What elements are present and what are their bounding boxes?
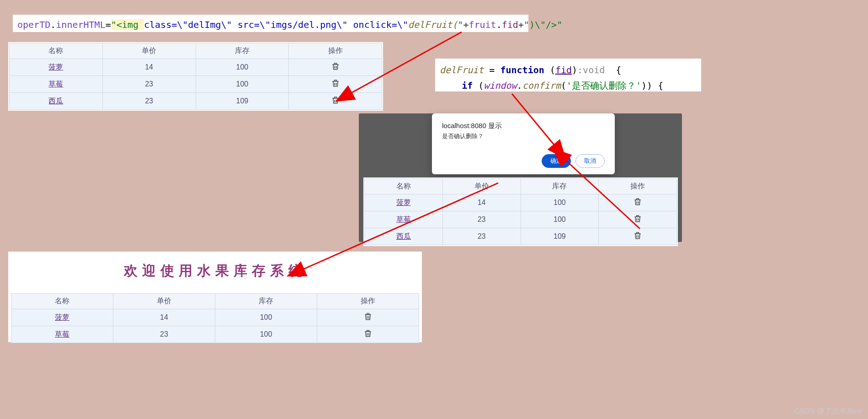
fruit-link[interactable]: 菠萝	[48, 63, 63, 71]
fruit-link[interactable]: 菠萝	[396, 199, 411, 206]
fruit-table-2: 名称 单价 库存 操作 菠萝14100 草莓23100 西瓜23109	[363, 177, 678, 246]
code-snippet-1: operTD.innerHTML="<img class=\"delImg\" …	[13, 15, 528, 32]
table-row: 草莓23100	[11, 326, 419, 343]
confirm-dialog: localhost:8080 显示 是否确认删除？ 确定 取消	[432, 113, 615, 174]
table-row: 菠萝14100	[11, 309, 419, 326]
fruit-link[interactable]: 西瓜	[48, 97, 63, 105]
col-price: 单价	[442, 179, 521, 194]
col-name: 名称	[10, 43, 103, 59]
table-header-row: 名称 单价 库存 操作	[365, 179, 677, 194]
trash-icon	[331, 62, 340, 71]
col-oper: 操作	[289, 43, 382, 59]
trash-icon	[331, 96, 340, 105]
watermark: CSDN @丁总学Java	[794, 407, 862, 416]
fruit-link[interactable]: 菠萝	[55, 313, 69, 321]
col-price: 单价	[102, 43, 196, 59]
delete-button[interactable]	[289, 93, 382, 110]
dialog-host: localhost:8080 显示	[442, 122, 605, 130]
delete-button[interactable]	[599, 211, 677, 228]
cancel-button[interactable]: 取消	[575, 154, 605, 168]
delete-button[interactable]	[317, 309, 419, 326]
col-stock: 库存	[196, 43, 289, 59]
fruit-table-1: 名称 单价 库存 操作 菠萝14100 草莓23100 西瓜23109	[8, 42, 383, 111]
col-stock: 库存	[215, 294, 317, 309]
delete-button[interactable]	[289, 76, 382, 93]
trash-icon	[363, 312, 373, 321]
fruit-link[interactable]: 草莓	[396, 215, 411, 223]
fruit-link[interactable]: 草莓	[55, 330, 69, 338]
ok-button[interactable]: 确定	[542, 154, 571, 168]
col-name: 名称	[11, 294, 113, 309]
dialog-message: 是否确认删除？	[442, 132, 605, 140]
col-oper: 操作	[599, 179, 677, 194]
delete-button[interactable]	[599, 194, 677, 211]
trash-icon	[633, 214, 642, 223]
col-oper: 操作	[317, 294, 419, 309]
code-snippet-2: delFruit = function (fid):void { if (win…	[435, 59, 701, 91]
table-row: 西瓜23109	[10, 93, 382, 110]
result-panel: 欢迎使用水果库存系统 名称 单价 库存 操作 菠萝14100 草莓23100	[8, 252, 422, 342]
table-row: 菠萝14100	[10, 59, 382, 76]
trash-icon	[633, 231, 642, 240]
table-header-row: 名称 单价 库存 操作	[10, 43, 382, 59]
table-row: 草莓23100	[365, 211, 677, 228]
table-row: 菠萝14100	[365, 194, 677, 211]
col-name: 名称	[365, 179, 443, 194]
delete-button[interactable]	[317, 326, 419, 343]
trash-icon	[633, 197, 642, 206]
delete-button[interactable]	[599, 228, 677, 245]
table-row: 草莓23100	[10, 76, 382, 93]
col-price: 单价	[113, 294, 215, 309]
trash-icon	[331, 79, 340, 88]
trash-icon	[363, 329, 373, 338]
fruit-link[interactable]: 草莓	[48, 80, 63, 88]
col-stock: 库存	[521, 179, 599, 194]
delete-button[interactable]	[289, 59, 382, 76]
fruit-link[interactable]: 西瓜	[396, 232, 411, 240]
table-header-row: 名称 单价 库存 操作	[11, 294, 419, 309]
table-row: 西瓜23109	[365, 228, 677, 245]
page-title: 欢迎使用水果库存系统	[11, 262, 419, 280]
